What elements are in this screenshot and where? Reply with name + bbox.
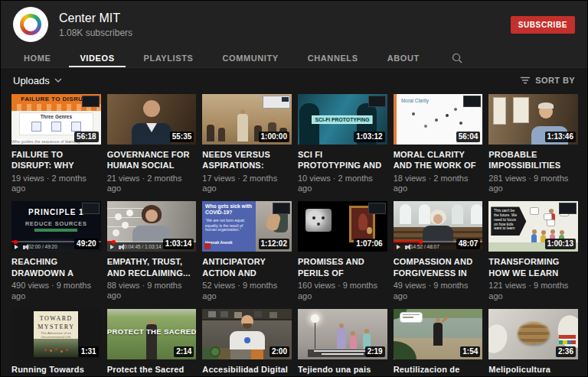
video-card[interactable]: 55:35 GOVERNANCE FOR HUMAN SOCIAL FLOURI… bbox=[107, 94, 197, 193]
thumbnail-art bbox=[207, 125, 214, 141]
chevron-down-icon bbox=[54, 78, 62, 83]
video-title[interactable]: FAILURE TO DISRUPT: WHY TECHNOLOGY ALONE… bbox=[11, 149, 101, 171]
video-thumbnail[interactable]: FAILURE TO DISRUPT Three Genres Who guid… bbox=[11, 94, 101, 145]
video-title[interactable]: TRANSFORMING HOW WE LEARN WITH SANJAY... bbox=[488, 256, 578, 278]
video-title[interactable]: GOVERNANCE FOR HUMAN SOCIAL FLOURISHING.… bbox=[107, 149, 197, 171]
thumbnail-art bbox=[559, 335, 576, 339]
video-thumbnail[interactable]: 1:54 bbox=[394, 309, 483, 359]
video-thumbnail[interactable]: TOWARD MYSTERY The Adventure of an Uncon… bbox=[11, 309, 101, 359]
video-thumbnail[interactable]: PRINCIPLE 1 REDUCE SOURCES 02:00 / 49:20… bbox=[11, 201, 101, 252]
video-thumbnail[interactable]: Who gets sick with COVID-19? “We are not… bbox=[202, 201, 292, 252]
webcam-inset bbox=[559, 203, 577, 214]
tab-home[interactable]: HOME bbox=[24, 48, 51, 67]
sort-icon bbox=[520, 76, 531, 84]
video-title[interactable]: COMPASSION AND FORGIVENESS IN LAW WIT... bbox=[394, 256, 483, 278]
video-card[interactable]: 1:54 Reutilizacion de Aguas Grises 98 vi… bbox=[394, 309, 483, 377]
thumbnail-art bbox=[208, 311, 216, 317]
video-thumbnail[interactable]: 1:00:00 bbox=[202, 94, 292, 145]
thumbnail-art bbox=[513, 97, 529, 123]
video-thumbnail[interactable]: 55:35 bbox=[107, 94, 197, 145]
video-thumbnail[interactable]: This can't be the future. We need to foc… bbox=[488, 201, 578, 252]
video-card[interactable]: 1:13:46 PROBABLE IMPOSSIBILITIES WITH AL… bbox=[488, 94, 578, 193]
book-cover: TOWARD MYSTERY The Adventure of an Uncon… bbox=[34, 311, 78, 357]
video-thumbnail[interactable]: 0:04:45 / 1:03:14 1:03:14 bbox=[107, 201, 197, 252]
thumbnail-overlay-text: PROTECT THE SACRED bbox=[107, 327, 197, 336]
video-title[interactable]: MORAL CLARITY AND THE WORK OF SOCIAL JUS… bbox=[394, 149, 483, 171]
video-title[interactable]: Reutilizacion de Aguas Grises bbox=[394, 364, 483, 377]
video-card[interactable]: 2:00 Accesibilidad Digital 40 views · 3 … bbox=[202, 309, 292, 377]
video-card[interactable]: 1:00:00 NEEDS VERSUS ASPIRATIONS: SEEKIN… bbox=[202, 94, 292, 193]
thumbnail-art bbox=[358, 213, 368, 230]
thumbnail-quote: “We are not born equal; equality is the … bbox=[205, 219, 252, 232]
video-card[interactable]: TOWARD MYSTERY The Adventure of an Uncon… bbox=[11, 309, 101, 377]
play-icon[interactable] bbox=[397, 245, 400, 249]
webcam-inset bbox=[82, 96, 100, 107]
video-card[interactable]: 1:07:06 PROMISES AND PERILS OF BIOTECHNO… bbox=[298, 201, 387, 301]
video-card[interactable]: This can't be the future. We need to foc… bbox=[488, 201, 578, 301]
tab-channels[interactable]: CHANNELS bbox=[308, 48, 358, 67]
video-card[interactable]: PRINCIPLE 1 REDUCE SOURCES 02:00 / 49:20… bbox=[11, 201, 101, 301]
channel-avatar[interactable] bbox=[13, 7, 48, 42]
thumbnail-callout: This can't be the future. We need to foc… bbox=[491, 206, 526, 236]
video-title[interactable]: PROBABLE IMPOSSIBILITIES WITH ALAN LIGHT… bbox=[488, 149, 578, 171]
tab-playlists[interactable]: PLAYLISTS bbox=[144, 48, 194, 67]
video-title[interactable]: Running Towards Mystery bbox=[11, 364, 101, 377]
video-title[interactable]: NEEDS VERSUS ASPIRATIONS: SEEKING A... bbox=[202, 149, 292, 171]
video-thumbnail[interactable]: 14:52 / 48:07 48:07 bbox=[394, 201, 483, 252]
video-card[interactable]: 0:04:45 / 1:03:14 1:03:14 EMPATHY, TRUST… bbox=[107, 201, 197, 301]
play-icon[interactable] bbox=[15, 245, 18, 249]
video-title[interactable]: ANTICIPATORY ACTION AND GLOBAL HEALTH... bbox=[202, 256, 292, 278]
tab-community[interactable]: COMMUNITY bbox=[222, 48, 278, 67]
video-thumbnail[interactable]: 1:13:46 bbox=[488, 94, 578, 145]
player-time: 0:04:45 / 1:03:14 bbox=[124, 245, 162, 250]
sort-by-button[interactable]: SORT BY bbox=[520, 76, 575, 85]
video-card[interactable]: Moral Clarity 56:04 MORAL CLARITY AND TH… bbox=[394, 94, 483, 193]
video-title[interactable]: Tejiendo una pais bbox=[298, 364, 387, 375]
duration-badge: 1:00:00 bbox=[259, 132, 289, 142]
video-title[interactable]: Melipolicultura bbox=[488, 364, 578, 375]
volume-icon[interactable] bbox=[405, 245, 407, 249]
duration-badge: 56:18 bbox=[74, 132, 99, 142]
thumbnail-art bbox=[539, 105, 553, 119]
video-title[interactable]: Protect the Sacred bbox=[107, 364, 197, 375]
studio-light bbox=[311, 314, 319, 323]
volume-icon[interactable] bbox=[119, 245, 121, 249]
video-card[interactable]: 2:19 Tejiendo una pais 34 views · 3 year… bbox=[298, 309, 387, 377]
channel-logo-icon bbox=[20, 14, 41, 35]
video-card[interactable]: 2:36 Melipolicultura 26 views · 3 years … bbox=[488, 309, 578, 377]
video-title[interactable]: SCI FI PROTOTYPING AND CRITICAL OPTIMISM… bbox=[298, 149, 387, 171]
video-thumbnail[interactable]: Moral Clarity 56:04 bbox=[394, 94, 483, 145]
video-thumbnail[interactable]: SCI-FI PROTOTYPING 1:03:12 bbox=[298, 94, 387, 145]
video-thumbnail[interactable]: 2:36 bbox=[488, 309, 578, 359]
thumbnail-art bbox=[441, 315, 449, 323]
thumbnail-art bbox=[241, 315, 253, 327]
video-thumbnail[interactable]: PROTECT THE SACRED 2:14 bbox=[107, 309, 197, 359]
video-card[interactable]: 14:52 / 48:07 48:07 COMPASSION AND FORGI… bbox=[394, 201, 483, 301]
video-card[interactable]: SCI-FI PROTOTYPING 1:03:12 SCI FI PROTOT… bbox=[298, 94, 387, 193]
play-icon[interactable] bbox=[110, 245, 114, 249]
video-card[interactable]: Who gets sick with COVID-19? “We are not… bbox=[202, 201, 292, 301]
thumbnail-art bbox=[488, 321, 511, 356]
video-title[interactable]: EMPATHY, TRUST, AND RECLAIMING... bbox=[107, 256, 197, 278]
webcam-inset bbox=[368, 203, 386, 214]
video-thumbnail[interactable]: 1:07:06 bbox=[298, 201, 387, 252]
video-title[interactable]: REACHING DRAWDOWN A HOPEFUL, SCIENCE BAS… bbox=[11, 256, 101, 278]
duration-badge: 2:19 bbox=[365, 346, 385, 357]
video-card[interactable]: FAILURE TO DISRUPT Three Genres Who guid… bbox=[11, 94, 101, 193]
volume-icon[interactable] bbox=[23, 245, 25, 249]
video-title[interactable]: Accesibilidad Digital bbox=[202, 364, 292, 375]
uploads-dropdown[interactable]: Uploads bbox=[13, 75, 62, 86]
search-icon[interactable] bbox=[452, 48, 462, 67]
thumbnail-art bbox=[237, 114, 248, 141]
video-thumbnail[interactable]: 2:00 bbox=[202, 309, 292, 359]
subscribe-button[interactable]: SUBSCRIBE bbox=[511, 16, 575, 34]
speech-bubble bbox=[547, 219, 555, 226]
tab-videos[interactable]: VIDEOS bbox=[80, 48, 114, 67]
broadcaster-logo bbox=[559, 335, 576, 344]
video-title[interactable]: PROMISES AND PERILS OF BIOTECHNOLOGY WIT… bbox=[298, 256, 387, 278]
tab-about[interactable]: ABOUT bbox=[387, 48, 420, 67]
video-thumbnail[interactable]: 2:19 bbox=[298, 309, 387, 359]
duration-badge: 1:13:46 bbox=[545, 132, 576, 142]
video-card[interactable]: PROTECT THE SACRED 2:14 Protect the Sacr… bbox=[107, 309, 197, 377]
thumbnail-art bbox=[400, 204, 411, 224]
